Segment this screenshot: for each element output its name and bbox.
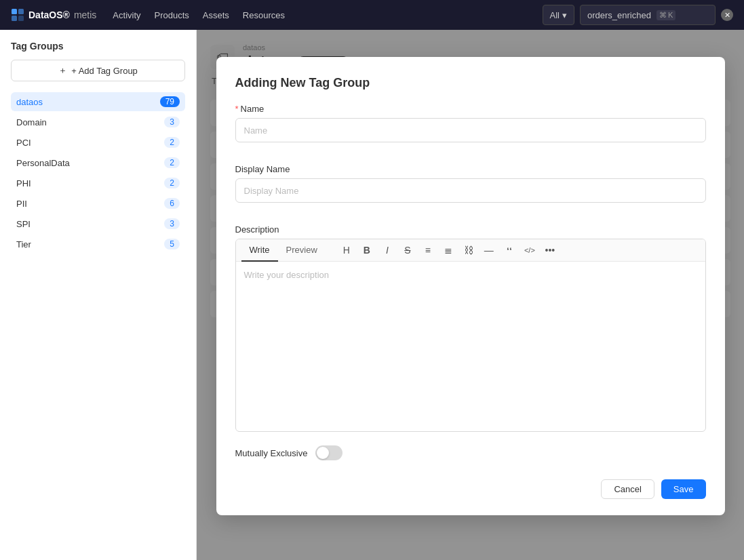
tab-preview[interactable]: Preview <box>278 239 326 262</box>
toolbar-quote-button[interactable]: ❛❛ <box>500 241 519 260</box>
tag-item-count: 6 <box>164 198 180 209</box>
chevron-down-icon: ▾ <box>562 10 567 20</box>
tag-item-personaldata[interactable]: PersonalData 2 <box>11 153 185 172</box>
logo-metis: metis <box>74 9 96 20</box>
tag-item-label: dataos <box>16 97 43 107</box>
tag-item-phi[interactable]: PHI 2 <box>11 174 185 193</box>
save-button[interactable]: Save <box>661 479 706 499</box>
editor-toolbar: H B I S ≡ ≣ ⛓ — ❛❛ </> ••• <box>326 241 700 260</box>
description-label: Description <box>235 224 706 235</box>
display-name-input[interactable] <box>235 178 706 203</box>
display-name-label: Display Name <box>235 164 706 174</box>
logo[interactable]: DataOS® metis <box>11 8 96 22</box>
toolbar-strikethrough-button[interactable]: S <box>398 241 417 260</box>
main-layout: Tag Groups ＋ + Add Tag Group dataos 79 D… <box>0 30 744 560</box>
tag-item-count: 2 <box>164 157 180 168</box>
tag-item-pii[interactable]: PII 6 <box>11 194 185 213</box>
required-indicator: * <box>235 104 239 114</box>
tag-item-tier[interactable]: Tier 5 <box>11 235 185 254</box>
modal-title: Adding New Tag Group <box>235 76 706 90</box>
content-area: 🏷 dataos dataos 🔒 System Tags associates… <box>197 30 744 560</box>
display-name-field-group: Display Name <box>235 164 706 214</box>
tag-item-count: 5 <box>164 239 180 249</box>
tag-item-label: PII <box>16 199 27 209</box>
tag-item-domain[interactable]: Domain 3 <box>11 113 185 132</box>
tag-item-count: 2 <box>164 137 180 148</box>
tab-write[interactable]: Write <box>241 239 278 262</box>
sidebar: Tag Groups ＋ + Add Tag Group dataos 79 D… <box>0 30 197 560</box>
tag-item-count: 3 <box>164 117 180 127</box>
tag-item-label: PersonalData <box>16 158 70 168</box>
name-field-group: * Name <box>235 104 706 153</box>
tag-item-dataos[interactable]: dataos 79 <box>11 92 185 111</box>
description-field-group: Description Write Preview H B I S ≡ ≣ <box>235 224 706 432</box>
tag-item-label: PHI <box>16 178 31 188</box>
toolbar-link-button[interactable]: ⛓ <box>459 241 478 260</box>
editor-tab-bar: Write Preview H B I S ≡ ≣ ⛓ — <box>236 239 705 262</box>
toolbar-divider-button[interactable]: — <box>479 241 498 260</box>
modal-overlay: Adding New Tag Group * Name Display Name <box>197 30 744 560</box>
search-clear-button[interactable]: ✕ <box>721 9 733 21</box>
mutually-exclusive-label: Mutually Exclusive <box>235 448 308 458</box>
tag-item-label: Domain <box>16 117 47 127</box>
tag-item-pci[interactable]: PCI 2 <box>11 133 185 152</box>
add-tag-group-modal: Adding New Tag Group * Name Display Name <box>216 57 725 515</box>
toolbar-unordered-list-button[interactable]: ≡ <box>418 241 437 260</box>
toggle-knob <box>317 447 329 459</box>
tag-group-list: dataos 79 Domain 3 PCI 2 PersonalData 2 … <box>11 92 185 254</box>
editor-placeholder: Write your description <box>244 270 329 280</box>
tag-item-count: 3 <box>164 218 180 229</box>
tag-item-label: PCI <box>16 138 31 148</box>
topnav-search: All ▾ orders_enriched ⌘ K ✕ <box>543 5 733 25</box>
plus-icon: ＋ <box>58 64 67 77</box>
tag-item-count: 79 <box>160 96 180 107</box>
mutually-exclusive-row: Mutually Exclusive <box>235 445 706 460</box>
sidebar-title: Tag Groups <box>11 41 185 52</box>
description-editor: Write Preview H B I S ≡ ≣ ⛓ — <box>235 239 706 432</box>
nav-products[interactable]: Products <box>155 10 189 20</box>
toolbar-italic-button[interactable]: I <box>378 241 397 260</box>
tag-item-label: Tier <box>16 239 31 249</box>
toolbar-more-button[interactable]: ••• <box>541 241 560 260</box>
topnav: DataOS® metis Activity Products Assets R… <box>0 0 744 30</box>
description-editor-body[interactable]: Write your description <box>236 262 705 431</box>
modal-footer: Cancel Save <box>235 474 706 499</box>
logo-dataos: DataOS® <box>28 9 70 20</box>
add-tag-group-button[interactable]: ＋ + Add Tag Group <box>11 60 185 81</box>
mutually-exclusive-toggle[interactable] <box>315 445 342 460</box>
name-input[interactable] <box>235 118 706 142</box>
svg-rect-1 <box>18 9 24 14</box>
search-filter-dropdown[interactable]: All ▾ <box>543 5 574 25</box>
toolbar-code-button[interactable]: </> <box>520 241 539 260</box>
toolbar-heading-button[interactable]: H <box>337 241 356 260</box>
cancel-button[interactable]: Cancel <box>601 479 654 499</box>
search-box[interactable]: orders_enriched ⌘ K <box>580 5 716 25</box>
svg-rect-3 <box>18 16 24 21</box>
nav-assets[interactable]: Assets <box>203 10 229 20</box>
toolbar-ordered-list-button[interactable]: ≣ <box>439 241 458 260</box>
tag-item-count: 2 <box>164 178 180 188</box>
svg-rect-2 <box>12 16 17 21</box>
search-value: orders_enriched <box>587 10 651 20</box>
nav-activity[interactable]: Activity <box>113 10 140 20</box>
search-shortcut: ⌘ K <box>657 10 676 20</box>
svg-rect-0 <box>12 9 17 14</box>
tag-item-label: SPI <box>16 219 31 229</box>
nav-resources[interactable]: Resources <box>243 10 285 20</box>
tag-item-spi[interactable]: SPI 3 <box>11 214 185 233</box>
name-label: * Name <box>235 104 706 114</box>
topnav-links: Activity Products Assets Resources <box>113 10 285 20</box>
toolbar-bold-button[interactable]: B <box>357 241 376 260</box>
